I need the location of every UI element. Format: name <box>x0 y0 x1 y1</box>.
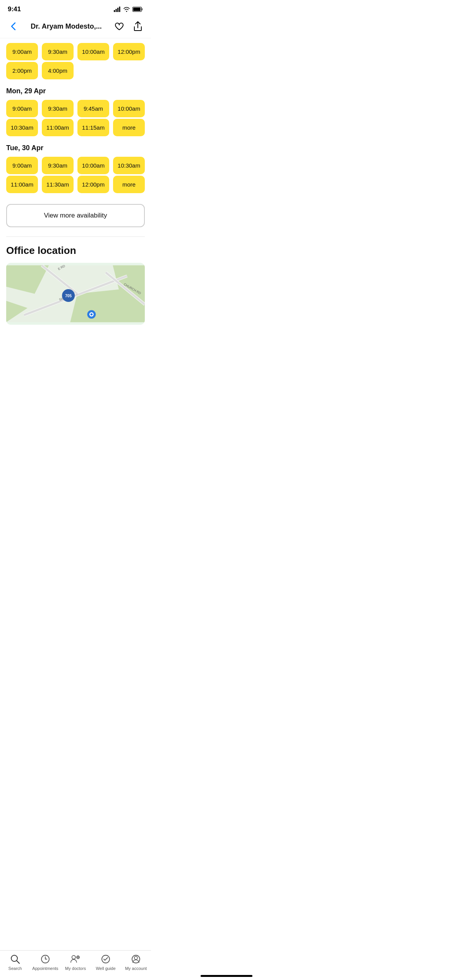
page-title: Dr. Aryam Modesto,... <box>20 22 112 31</box>
share-button[interactable] <box>131 19 145 33</box>
svg-rect-5 <box>133 8 141 11</box>
office-location-title: Office location <box>6 245 145 257</box>
svg-rect-0 <box>114 10 115 12</box>
header-actions <box>112 19 145 33</box>
status-time: 9:41 <box>8 5 21 13</box>
monday-label: Mon, 29 Apr <box>6 87 145 95</box>
office-location-section: Office location <box>6 245 145 325</box>
time-slot[interactable]: 9:00am <box>6 157 38 174</box>
time-slot[interactable]: 12:00pm <box>113 43 145 60</box>
top-partial-slots: 9:00am 9:30am 10:00am 12:00pm 2:00pm 4:0… <box>6 38 145 79</box>
time-slot[interactable]: 11:00am <box>6 176 38 193</box>
time-slot[interactable]: 9:45am <box>77 100 109 117</box>
time-slot[interactable]: 11:15am <box>77 119 109 136</box>
monday-row1: 9:00am 9:30am 9:45am 10:00am <box>6 100 145 117</box>
status-bar: 9:41 <box>0 0 151 16</box>
svg-rect-1 <box>116 9 117 12</box>
monday-section: Mon, 29 Apr 9:00am 9:30am 9:45am 10:00am… <box>6 87 145 136</box>
time-slot[interactable]: 9:30am <box>42 100 74 117</box>
time-slot[interactable]: 9:00am <box>6 100 38 117</box>
time-slot[interactable]: 9:30am <box>42 157 74 174</box>
time-slot[interactable]: 12:00pm <box>77 176 109 193</box>
top-slots-row1: 9:00am 9:30am 10:00am 12:00pm <box>6 43 145 60</box>
top-slots-row2: 2:00pm 4:00pm <box>6 62 145 79</box>
tuesday-section: Tue, 30 Apr 9:00am 9:30am 10:00am 10:30a… <box>6 144 145 193</box>
time-slot[interactable]: 10:30am <box>6 119 38 136</box>
tuesday-row1: 9:00am 9:30am 10:00am 10:30am <box>6 157 145 174</box>
battery-icon <box>132 7 143 12</box>
wifi-icon <box>123 7 130 12</box>
signal-icon <box>114 7 121 12</box>
time-slot[interactable]: 11:00am <box>42 119 74 136</box>
time-slot[interactable]: 9:30am <box>42 43 74 60</box>
favorite-button[interactable] <box>112 19 126 33</box>
svg-rect-2 <box>117 8 118 12</box>
time-slot[interactable]: 11:30am <box>42 176 74 193</box>
monday-more-button[interactable]: more <box>113 119 145 136</box>
time-slot[interactable]: 10:30am <box>113 157 145 174</box>
tuesday-row2: 11:00am 11:30am 12:00pm more <box>6 176 145 193</box>
back-button[interactable] <box>6 19 20 33</box>
section-divider <box>6 236 145 237</box>
svg-point-24 <box>91 313 93 315</box>
page-header: Dr. Aryam Modesto,... <box>0 16 151 38</box>
time-slot[interactable]: 10:00am <box>113 100 145 117</box>
svg-text:705: 705 <box>65 294 72 298</box>
scroll-content: 9:00am 9:30am 10:00am 12:00pm 2:00pm 4:0… <box>0 38 151 360</box>
tuesday-label: Tue, 30 Apr <box>6 144 145 152</box>
status-icons <box>114 7 143 12</box>
svg-rect-3 <box>119 7 120 12</box>
office-map[interactable]: E RD CHURCH RD SICKLERVI... 705 <box>6 263 145 325</box>
tuesday-more-button[interactable]: more <box>113 176 145 193</box>
time-slot[interactable]: 2:00pm <box>6 62 38 79</box>
time-slot[interactable]: 10:00am <box>77 157 109 174</box>
monday-row2: 10:30am 11:00am 11:15am more <box>6 119 145 136</box>
time-slot[interactable]: 10:00am <box>77 43 109 60</box>
time-slot[interactable]: 4:00pm <box>42 62 74 79</box>
time-slot[interactable]: 9:00am <box>6 43 38 60</box>
view-more-availability-button[interactable]: View more availability <box>6 204 145 227</box>
